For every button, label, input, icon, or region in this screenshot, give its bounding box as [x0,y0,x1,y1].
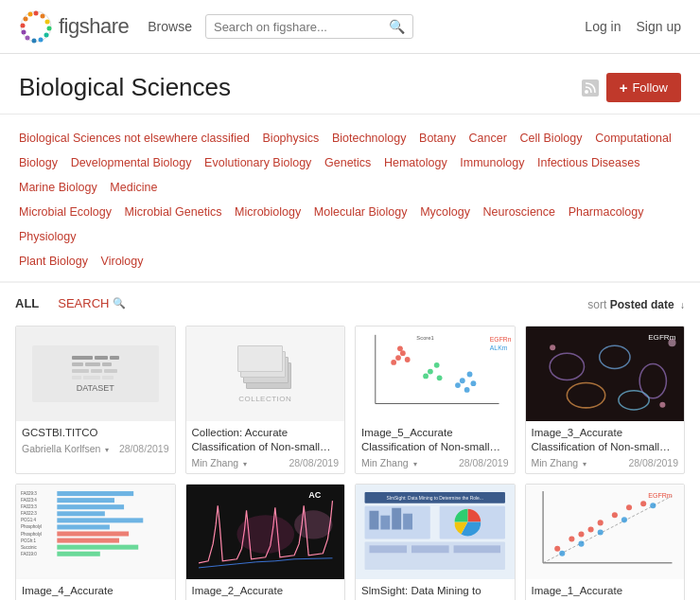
bar-chart: FA029:3 FA023:4 FA023:3 FA022:3 PCG1:4 P… [18,486,173,577]
search-input[interactable] [214,20,389,34]
item-title: Collection: Accurate Classification of N… [192,426,340,454]
tab-all[interactable]: ALL [15,296,39,312]
item-info: GCSTBI.TITCO Gabriella Korlfsen ▾ 28/08/… [16,421,175,459]
search-box[interactable]: 🔍 [205,14,413,39]
tag-link[interactable]: Neuroscience [483,205,555,219]
item-info: Image_2_Accurate Classification of Non-s… [186,579,345,600]
svg-point-8 [26,36,30,41]
browse-link[interactable]: Browse [148,19,192,34]
tab-search[interactable]: SEARCH 🔍 [58,296,126,312]
login-link[interactable]: Log in [585,19,621,34]
svg-point-30 [423,374,429,379]
item-card-scatter[interactable]: EGFRm ALKm Score1 Image_5_Accurate Class… [355,326,516,474]
item-card-bar[interactable]: FA029:3 FA023:4 FA023:3 FA022:3 PCG1:4 P… [15,484,176,600]
tag-link[interactable]: Developmental Biology [71,156,192,169]
item-info: SlmSight: Data Mining to Determine the R… [356,579,515,600]
items-grid-row2: FA029:3 FA023:4 FA023:3 FA022:3 PCG1:4 P… [15,484,685,600]
items-grid-row1: DATASET GCSTBI.TITCO Gabriella Korlfsen … [15,326,685,474]
item-thumb-poster: SlmSight: Data Mining to Determine the R… [356,485,515,579]
tag-link[interactable]: Botany [419,132,456,145]
svg-point-22 [397,345,403,351]
follow-plus-icon: + [620,79,628,96]
svg-point-31 [437,375,443,380]
svg-point-28 [428,369,433,375]
svg-text:FA023:4: FA023:4 [21,498,37,503]
item-info: Image_4_Accurate Classification of Non-s… [16,579,175,600]
item-date: 28/08/2019 [119,443,169,454]
tag-link[interactable]: Mycology [420,205,470,219]
tag-link[interactable]: Biological Sciences not elsewhere classi… [19,132,250,145]
svg-point-4 [47,26,52,31]
tag-link[interactable]: Cell Biology [520,132,583,145]
scatter-chart-2: EGFRm [528,486,683,577]
signup-link[interactable]: Sign up [637,19,681,34]
tag-link[interactable]: Microbial Genetics [125,205,222,219]
follow-button[interactable]: + Follow [606,73,681,102]
tag-link[interactable]: Microbiology [235,205,301,219]
svg-point-41 [550,344,555,350]
item-thumb-spectroscopy: AC [186,485,345,579]
svg-text:PCGh:1: PCGh:1 [21,538,37,542]
follow-label: Follow [632,80,668,95]
item-card-scatter2[interactable]: EGFRm Image_1_Accurate Classification of… [525,484,686,600]
svg-point-21 [405,357,411,362]
item-card-spectroscopy[interactable]: AC Image_2_Accurate Classification of No… [185,484,346,600]
collection-type-label: COLLECTION [238,395,291,403]
tag-link[interactable]: Microbial Ecology [19,205,112,219]
item-meta: Min Zhang ▾ 28/08/2019 [532,457,679,468]
item-thumb-scatter2: EGFRm [526,485,685,579]
svg-text:EGFRm: EGFRm [490,336,511,343]
content-area: ALL SEARCH 🔍 sort Posted date ↓ [0,283,700,600]
svg-point-1 [34,11,39,16]
tag-link[interactable]: Cancer [469,132,507,145]
tag-link[interactable]: Virology [101,255,144,268]
svg-rect-50 [57,518,143,522]
svg-point-3 [45,20,50,25]
item-card-microscopy[interactable]: EGFRm Image_3_Accurate Classification of… [525,326,686,474]
svg-point-89 [569,536,574,541]
tag-link[interactable]: Immunology [460,156,524,169]
item-card-collection[interactable]: COLLECTION Collection: Accurate Classifi… [185,326,346,474]
svg-text:Succinic: Succinic [21,545,38,550]
tag-link[interactable]: Molecular Biology [314,205,408,219]
svg-point-43 [659,402,665,408]
svg-text:EGFRm: EGFRm [648,333,675,342]
svg-point-100 [650,503,656,508]
tab-search-label: SEARCH [58,296,109,310]
svg-text:FA022:3: FA022:3 [21,511,37,516]
item-title: SlmSight: Data Mining to Determine the R… [361,584,509,600]
dataset-icon-rows [72,356,119,379]
svg-text:Score1: Score1 [416,335,433,341]
svg-point-90 [578,531,584,537]
svg-rect-78 [403,514,412,530]
item-card-dataset[interactable]: DATASET GCSTBI.TITCO Gabriella Korlfsen … [15,326,176,474]
item-card-poster[interactable]: SlmSight: Data Mining to Determine the R… [355,484,516,600]
sort-area: sort Posted date ↓ [587,298,685,311]
tag-link[interactable]: Plant Biology [19,255,88,268]
svg-point-2 [41,14,45,19]
logo[interactable]: figshare [19,9,129,44]
item-title: GCSTBI.TITCO [22,426,169,440]
svg-point-92 [597,520,603,525]
svg-rect-54 [57,545,138,550]
tag-link[interactable]: Biophysics [263,132,320,145]
tag-link[interactable]: Pharmacology [569,205,644,219]
sort-arrow-icon: ↓ [680,300,685,310]
svg-text:FA029:3: FA029:3 [21,491,37,496]
svg-point-19 [400,350,406,356]
svg-text:ALKm: ALKm [490,344,508,351]
item-meta: Gabriella Korlfsen ▾ 28/08/2019 [22,443,169,454]
page-title: Biological Sciences [19,73,231,102]
svg-rect-75 [369,511,378,530]
tag-link[interactable]: Medicine [110,181,157,194]
tag-link[interactable]: Hematology [384,156,447,169]
tag-link[interactable]: Marine Biology [19,181,97,194]
tag-link[interactable]: Biotechnology [332,132,407,145]
item-date: 28/08/2019 [459,457,509,468]
tag-link[interactable]: Infectious Diseases [537,156,639,169]
svg-point-5 [44,33,49,38]
tag-link[interactable]: Physiology [19,230,76,243]
tag-link[interactable]: Genetics [324,156,371,169]
tag-link[interactable]: Evolutionary Biology [204,156,311,169]
svg-rect-51 [57,524,110,529]
